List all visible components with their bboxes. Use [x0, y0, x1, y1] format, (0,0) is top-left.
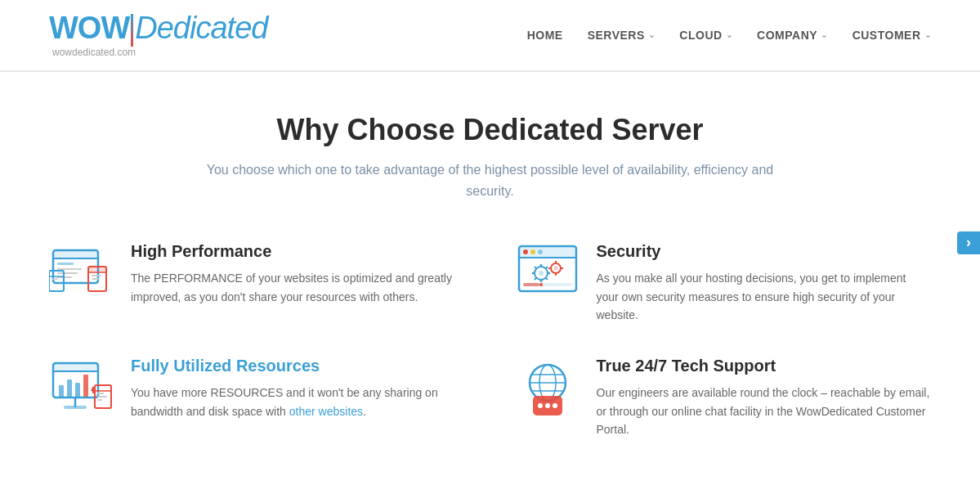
- feature-resources-desc: You have more RESOURCES and it won't be …: [131, 384, 466, 420]
- svg-rect-1: [53, 250, 98, 258]
- feature-high-performance-title: High Performance: [131, 242, 466, 261]
- nav-cloud[interactable]: CLOUD ⌄: [679, 29, 732, 42]
- svg-rect-10: [92, 275, 101, 276]
- svg-line-28: [545, 277, 548, 280]
- svg-rect-14: [51, 278, 58, 280]
- feature-high-performance: High Performance The PERFORMANCE of your…: [49, 242, 466, 324]
- chevron-down-icon: ⌄: [726, 30, 733, 39]
- svg-point-64: [553, 403, 557, 408]
- resources-icon: [49, 357, 114, 422]
- svg-point-62: [538, 403, 543, 408]
- nav-home[interactable]: HOME: [527, 29, 563, 42]
- svg-rect-4: [57, 268, 82, 270]
- svg-rect-43: [59, 385, 64, 397]
- svg-rect-5: [57, 272, 78, 274]
- main-content: Why Choose Dedicated Server You choose w…: [0, 72, 980, 472]
- nav-customer[interactable]: CUSTOMER ⌄: [852, 29, 931, 42]
- svg-rect-54: [97, 399, 102, 401]
- main-nav: HOME SERVERS ⌄ CLOUD ⌄ COMPANY ⌄ CUSTOME…: [527, 29, 931, 42]
- svg-point-63: [545, 403, 550, 408]
- svg-rect-45: [75, 383, 80, 397]
- svg-point-39: [539, 283, 543, 286]
- security-icon: [515, 242, 580, 308]
- logo-dedicated: Dedicated: [135, 11, 267, 45]
- header: WOWDedicated wowdedicated.com HOME SERVE…: [0, 0, 980, 72]
- feature-security-content: Security As you make all your hosting de…: [597, 242, 932, 324]
- svg-line-29: [545, 267, 548, 269]
- chevron-down-icon: ⌄: [924, 30, 932, 39]
- feature-security-desc: As you make all your hosting decisions, …: [597, 269, 932, 324]
- server-performance-icon: [49, 242, 114, 308]
- feature-support-content: True 24/7 Tech Support Our engineers are…: [597, 357, 932, 438]
- svg-point-18: [523, 249, 528, 254]
- feature-high-performance-content: High Performance The PERFORMANCE of your…: [131, 242, 466, 306]
- svg-point-32: [553, 267, 557, 271]
- svg-rect-53: [97, 396, 107, 397]
- other-websites-link[interactable]: other websites: [289, 405, 363, 418]
- svg-rect-41: [53, 363, 98, 371]
- nav-company[interactable]: COMPANY ⌄: [757, 29, 828, 42]
- svg-rect-38: [523, 283, 539, 286]
- svg-rect-52: [97, 393, 104, 394]
- svg-point-20: [538, 249, 543, 254]
- chevron-down-icon: ⌄: [648, 30, 656, 39]
- nav-servers[interactable]: SERVERS ⌄: [588, 29, 656, 42]
- svg-rect-44: [67, 379, 72, 397]
- svg-rect-11: [92, 278, 99, 280]
- svg-marker-61: [533, 415, 538, 420]
- feature-support: True 24/7 Tech Support Our engineers are…: [515, 357, 932, 438]
- hero-subtitle: You choose which one to take advantage o…: [204, 159, 776, 201]
- svg-point-19: [530, 249, 535, 254]
- feature-high-performance-desc: The PERFORMANCE of your websites is opti…: [131, 269, 466, 306]
- svg-rect-8: [88, 267, 106, 272]
- svg-line-30: [535, 277, 537, 280]
- svg-rect-3: [57, 263, 74, 265]
- feature-support-title: True 24/7 Tech Support: [597, 357, 932, 375]
- logo-bar: [131, 14, 133, 47]
- logo-wow: WOW: [49, 11, 129, 45]
- feature-security-title: Security: [597, 242, 932, 261]
- features-grid: High Performance The PERFORMANCE of your…: [49, 242, 931, 438]
- feature-resources-content: Fully Utilized Resources You have more R…: [131, 357, 466, 420]
- scroll-right-indicator[interactable]: [957, 231, 980, 254]
- svg-line-27: [535, 267, 537, 269]
- logo[interactable]: WOWDedicated wowdedicated.com: [49, 12, 267, 58]
- chevron-down-icon: ⌄: [821, 30, 828, 39]
- hero-section: Why Choose Dedicated Server You choose w…: [49, 113, 931, 201]
- feature-resources: Fully Utilized Resources You have more R…: [49, 357, 466, 438]
- svg-rect-49: [64, 406, 87, 409]
- svg-point-22: [539, 271, 544, 276]
- feature-support-desc: Our engineers are available round the cl…: [597, 384, 932, 438]
- logo-domain: wowdedicated.com: [52, 47, 136, 58]
- page-title: Why Choose Dedicated Server: [49, 113, 931, 147]
- svg-rect-46: [83, 375, 88, 397]
- feature-resources-title: Fully Utilized Resources: [131, 357, 466, 375]
- support-icon: [515, 357, 580, 422]
- feature-security: Security As you make all your hosting de…: [515, 242, 932, 324]
